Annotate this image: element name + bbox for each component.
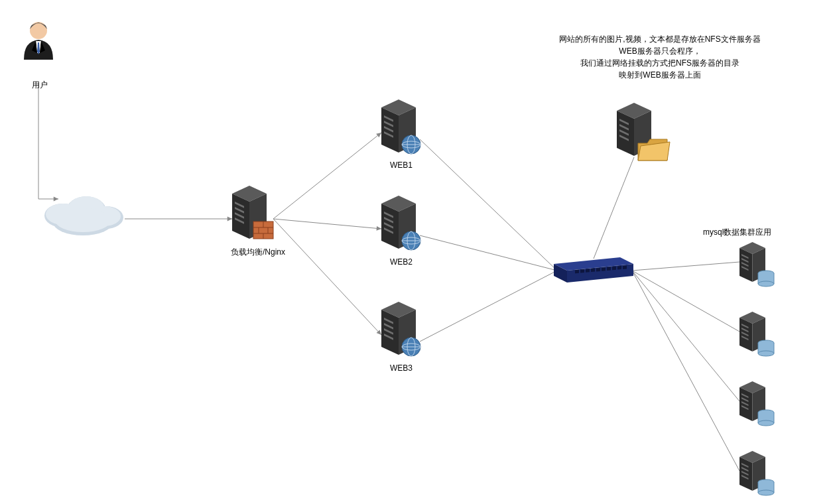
desc-line4: 映射到WEB服务器上面 <box>557 69 763 81</box>
web3-server-icon <box>381 302 420 356</box>
svg-marker-51 <box>54 197 58 202</box>
diagram-canvas: 用户 负载均衡/Nginx WEB1 WEB2 WEB3 mysql数据集群应用… <box>0 0 833 504</box>
db3-server-icon <box>739 381 774 426</box>
web3-label: WEB3 <box>390 363 413 373</box>
web1-label: WEB1 <box>390 160 413 170</box>
db1-server-icon <box>739 242 774 286</box>
svg-marker-53 <box>376 133 381 137</box>
nfs-description: 网站的所有的图片,视频，文本都是存放在NFS文件服务器 WEB服务器只会程序， … <box>557 33 763 81</box>
nginx-label: 负载均衡/Nginx <box>231 247 285 258</box>
svg-marker-52 <box>227 217 232 221</box>
user-icon <box>24 22 53 60</box>
web2-label: WEB2 <box>390 257 413 267</box>
db2-server-icon <box>739 312 774 356</box>
web2-server-icon <box>381 196 420 250</box>
nfs-server-icon <box>617 103 670 160</box>
desc-line2: WEB服务器只会程序， <box>557 45 763 57</box>
nginx-server-icon <box>232 186 273 239</box>
switch-icon <box>554 257 633 283</box>
user-label: 用户 <box>32 80 48 91</box>
web1-server-icon <box>381 99 420 154</box>
desc-line3: 我们通过网络挂载的方式把NFS服务器的目录 <box>557 57 763 69</box>
db4-server-icon <box>739 451 774 495</box>
svg-marker-54 <box>376 226 381 231</box>
desc-line1: 网站的所有的图片,视频，文本都是存放在NFS文件服务器 <box>557 33 763 45</box>
mysql-label: mysql数据集群应用 <box>703 227 771 238</box>
cloud-icon <box>44 196 123 235</box>
